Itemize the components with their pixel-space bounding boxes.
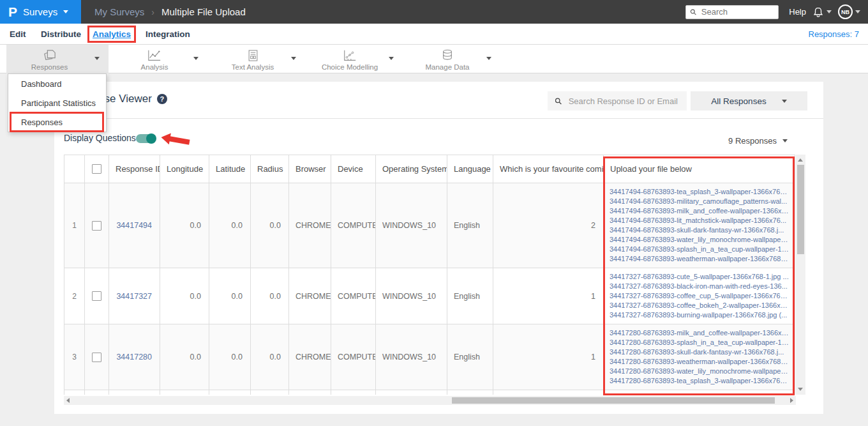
upload-files-cell: 34417327-68763893-cute_5-wallpaper-1366x… (604, 268, 795, 324)
response-id-link[interactable]: 34417494 (116, 221, 152, 230)
file-link[interactable]: 34417327-68763893-burning-wallpaper-1366… (610, 310, 789, 320)
row-checkbox[interactable] (92, 221, 101, 231)
display-questions-toggle[interactable] (136, 134, 156, 143)
survey-nav: Edit Distribute Analytics Integration Re… (0, 24, 868, 45)
help-icon[interactable]: ? (157, 94, 167, 104)
row-checkbox-cell (85, 183, 109, 268)
chevron-down-icon (782, 100, 787, 103)
tool-analysis[interactable]: Analysis (116, 46, 193, 73)
row-checkbox[interactable] (92, 353, 101, 362)
tool-responses[interactable]: Responses (6, 46, 93, 73)
responses-table: Response IDLongitudeLatitudeRadiusBrowse… (64, 155, 795, 395)
scroll-up-arrow[interactable] (798, 158, 803, 162)
col-radius[interactable]: Radius (251, 155, 289, 183)
file-link[interactable]: 34417494-68763893-tea_splash_3-wallpaper… (610, 187, 789, 197)
file-link[interactable]: 34417494-68763893-milk_and_coffee-wallpa… (610, 206, 789, 216)
scroll-left-arrow[interactable] (66, 398, 70, 403)
breadcrumb-my-surveys[interactable]: My Surveys (94, 6, 144, 17)
file-link[interactable]: 34417280-68763893-milk_and_coffee-wallpa… (610, 328, 789, 338)
file-link[interactable]: 34417327-68763893-black-iron-man-with-re… (610, 282, 789, 291)
tool-choice-modelling-label: Choice Modelling (322, 63, 378, 71)
tool-choice-modelling[interactable]: Choice Modelling (311, 46, 388, 73)
longitude-cell: 0.0 (160, 268, 209, 324)
tab-analytics[interactable]: Analytics (93, 24, 131, 45)
col-upload-your-file-below[interactable]: Upload your file below (604, 155, 795, 183)
response-search-input[interactable] (567, 96, 680, 107)
account-menu-button[interactable]: NB (838, 4, 860, 19)
col-device[interactable]: Device (331, 155, 376, 183)
comics-answer-cell: 1 (493, 324, 604, 390)
help-link[interactable]: Help (789, 7, 806, 17)
notifications-button[interactable] (812, 6, 832, 19)
file-link[interactable]: 34417327-68763893-coffee_cup_5-wallpaper… (610, 291, 789, 301)
col-which-is-your-favourite-comics-[interactable]: Which is your favourite comics? (493, 155, 604, 183)
select-all-checkbox[interactable] (92, 164, 101, 174)
tab-distribute[interactable]: Distribute (41, 24, 81, 45)
col-language[interactable]: Language (447, 155, 493, 183)
file-link[interactable]: 34417280-68763893-splash_in_a_tea_cup-wa… (610, 338, 789, 347)
file-link[interactable]: 34417494-68763893-splash_in_a_tea_cup-wa… (610, 245, 789, 254)
row-checkbox-cell (85, 390, 109, 395)
col-operating-system[interactable]: Operating System (376, 155, 447, 183)
responses-count-dropdown[interactable]: 9 Responses (728, 136, 788, 146)
device-cell (331, 390, 376, 395)
tool-analysis-caret[interactable] (193, 57, 198, 60)
tab-edit[interactable]: Edit (10, 24, 26, 45)
table-header-row: Response IDLongitudeLatitudeRadiusBrowse… (64, 155, 795, 183)
chevron-down-icon (827, 10, 832, 13)
topbar-right-group: Help NB (685, 4, 868, 19)
menu-item-responses[interactable]: Responses (8, 112, 106, 132)
file-link[interactable]: 34417494-68763893-water_lily_monochrome-… (610, 235, 789, 245)
os-cell: WINDOWS_10 (376, 183, 447, 268)
menu-item-participant-statistics[interactable]: Participant Statistics (8, 93, 106, 112)
radius-cell: 0.0 (251, 183, 289, 268)
file-link[interactable]: 34417494-68763893-lit_matchstick-wallpap… (610, 216, 789, 225)
file-link[interactable]: 34417280-68763893-skull-dark-fantasy-wr-… (610, 347, 789, 357)
analytics-toolbar: Responses Analysis Text Analysis Choice … (0, 45, 868, 73)
questionpro-logo-icon: P (8, 5, 17, 19)
row-checkbox[interactable] (92, 291, 101, 301)
file-link[interactable]: 34417280-68763893-water_lily_monochrome-… (610, 367, 789, 376)
comics-answer-cell: 2 (493, 183, 604, 268)
tool-manage-data[interactable]: Manage Data (409, 46, 486, 73)
response-search-box[interactable] (548, 91, 687, 110)
all-responses-filter[interactable]: All Responses (691, 91, 807, 110)
file-link[interactable]: 34417494-68763893-military_camouflage_pa… (610, 197, 789, 206)
vertical-scroll-thumb[interactable] (797, 165, 804, 254)
file-link[interactable]: 34417327-68763893-cute_5-wallpaper-1366x… (610, 272, 789, 282)
language-cell: English (447, 268, 493, 324)
response-id-link[interactable]: 34417280 (116, 353, 152, 361)
file-link[interactable]: 34417494-68763893-skull-dark-fantasy-wr-… (610, 225, 789, 235)
global-search-box[interactable] (685, 5, 779, 19)
col-latitude[interactable]: Latitude (209, 155, 251, 183)
horizontal-scroll-thumb[interactable] (452, 397, 775, 404)
line-chart-icon (147, 49, 161, 62)
menu-item-dashboard[interactable]: Dashboard (8, 74, 106, 93)
responses-table-wrap: Response IDLongitudeLatitudeRadiusBrowse… (64, 155, 796, 395)
row-checkbox-cell (85, 268, 109, 324)
comics-answer-cell: 1 (493, 268, 604, 324)
tool-text-analysis-caret[interactable] (291, 57, 296, 60)
file-link[interactable]: 34417280-68763893-tea_splash_3-wallpaper… (610, 376, 789, 386)
file-link[interactable]: 34417247-68763893-military_camouflage_pa… (610, 394, 789, 395)
tool-manage-data-caret[interactable] (486, 57, 491, 60)
scroll-down-arrow[interactable] (798, 388, 803, 391)
tab-integration[interactable]: Integration (146, 24, 190, 45)
radius-cell: 0.0 (251, 324, 289, 390)
file-link[interactable]: 34417494-68763893-weatherman-wallpaper-1… (610, 254, 789, 264)
col-response-id[interactable]: Response ID (109, 155, 160, 183)
col-longitude[interactable]: Longitude (160, 155, 209, 183)
surveys-product-switcher[interactable]: P Surveys (0, 0, 81, 24)
row-checkbox-cell (85, 324, 109, 390)
col-browser[interactable]: Browser (289, 155, 331, 183)
tool-responses-caret[interactable] (94, 57, 100, 60)
longitude-cell: 0.0 (160, 324, 209, 390)
tool-choice-modelling-caret[interactable] (389, 57, 394, 60)
file-link[interactable]: 34417327-68763893-coffee_bokeh_2-wallpap… (610, 301, 789, 310)
global-search-input[interactable] (700, 6, 774, 17)
horizontal-scrollbar (64, 396, 796, 405)
scroll-right-arrow[interactable] (790, 398, 793, 403)
file-link[interactable]: 34417280-68763893-weatherman-wallpaper-1… (610, 357, 789, 367)
tool-text-analysis[interactable]: Text Analysis (214, 46, 291, 73)
response-id-link[interactable]: 34417327 (116, 292, 152, 301)
